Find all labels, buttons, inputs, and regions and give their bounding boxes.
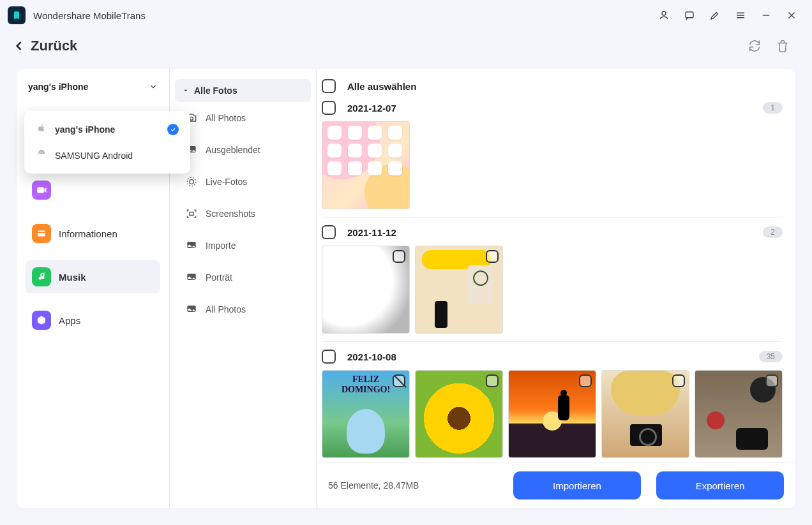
select-all-row: Alle auswählen bbox=[322, 75, 783, 97]
sidebar-label: Musik bbox=[59, 272, 86, 283]
device-dropdown: yang's iPhone SAMSUNG Android bbox=[24, 111, 190, 174]
thumb-checkbox[interactable] bbox=[486, 250, 499, 263]
app-title: Wondershare MobileTrans bbox=[33, 10, 146, 21]
group-checkbox[interactable] bbox=[322, 225, 336, 239]
group-header: 2021-12-07 1 bbox=[322, 97, 783, 119]
image-icon bbox=[185, 302, 198, 317]
category-label: Porträt bbox=[206, 272, 232, 283]
group-checkbox[interactable] bbox=[322, 350, 336, 364]
back-row: Zurück bbox=[0, 31, 812, 61]
videos-icon bbox=[32, 181, 51, 200]
category-label: All Photos bbox=[206, 113, 246, 123]
thumb-row bbox=[322, 243, 783, 342]
photo-thumbnail[interactable] bbox=[601, 370, 689, 458]
sidebar-item-apps[interactable]: Apps bbox=[26, 304, 160, 337]
device-selector[interactable]: yang's iPhone bbox=[26, 77, 160, 103]
back-button[interactable]: Zurück bbox=[13, 38, 77, 54]
category-panel: Alle Fotos All Photos Ausgeblendet Live-… bbox=[170, 69, 317, 508]
thumb-checkbox[interactable] bbox=[393, 374, 405, 387]
thumb-row: FELIZDOMINGO! bbox=[322, 367, 783, 462]
account-icon[interactable] bbox=[651, 3, 677, 28]
svg-point-5 bbox=[42, 152, 43, 152]
svg-point-9 bbox=[190, 180, 194, 184]
svg-point-10 bbox=[187, 177, 195, 186]
photo-thumbnail[interactable] bbox=[695, 370, 783, 458]
feedback-icon[interactable] bbox=[677, 3, 702, 28]
category-header-label: Alle Fotos bbox=[194, 85, 237, 96]
photo-thumbnail[interactable] bbox=[508, 370, 596, 458]
select-all-checkbox[interactable] bbox=[322, 79, 336, 93]
close-button[interactable] bbox=[779, 3, 804, 28]
device-option-label: yang's iPhone bbox=[55, 124, 115, 135]
category-screenshots[interactable]: Screenshots bbox=[175, 198, 311, 230]
chevron-left-icon bbox=[13, 40, 26, 52]
select-all-label: Alle auswählen bbox=[347, 81, 416, 92]
live-photo-icon bbox=[185, 175, 198, 188]
sidebar-item-music[interactable]: Musik bbox=[26, 260, 160, 293]
group-count: 1 bbox=[763, 102, 783, 114]
svg-point-7 bbox=[190, 117, 193, 120]
thumb-checkbox[interactable] bbox=[672, 374, 685, 387]
sidebar-label: Informationen bbox=[59, 228, 117, 239]
svg-point-2 bbox=[662, 11, 666, 15]
category-all-photos[interactable]: All Photos bbox=[175, 102, 311, 134]
thumb-checkbox[interactable] bbox=[765, 374, 778, 387]
device-option-label: SAMSUNG Android bbox=[55, 151, 133, 161]
category-label: Live-Fotos bbox=[206, 177, 247, 187]
photo-thumbnail[interactable] bbox=[415, 370, 503, 458]
check-icon bbox=[167, 124, 179, 135]
group-checkbox[interactable] bbox=[322, 101, 336, 115]
sidebar-item-videos[interactable]: Videos bbox=[26, 174, 160, 207]
group-count: 35 bbox=[759, 351, 783, 362]
group-date: 2021-11-12 bbox=[347, 227, 396, 238]
device-option-android[interactable]: SAMSUNG Android bbox=[24, 142, 190, 168]
status-text: 56 Elemente, 28.47MB bbox=[328, 480, 419, 491]
category-label: All Photos bbox=[206, 304, 246, 314]
back-label: Zurück bbox=[31, 38, 77, 54]
main-card: yang's iPhone yang's iPhone SAMSUNG Andr… bbox=[17, 69, 795, 508]
gallery: Alle auswählen 2021-12-07 1 bbox=[317, 69, 795, 508]
category-label: Ausgeblendet bbox=[206, 145, 260, 155]
import-button[interactable]: Importieren bbox=[513, 471, 641, 499]
menu-icon[interactable] bbox=[728, 3, 753, 28]
export-button[interactable]: Exportieren bbox=[656, 471, 784, 499]
gallery-scroll[interactable]: Alle auswählen 2021-12-07 1 bbox=[317, 69, 795, 462]
category-hidden[interactable]: Ausgeblendet bbox=[175, 134, 311, 166]
android-icon bbox=[36, 149, 47, 162]
device-option-iphone[interactable]: yang's iPhone bbox=[24, 116, 190, 142]
photo-thumbnail[interactable] bbox=[322, 121, 410, 209]
minimize-button[interactable] bbox=[753, 3, 779, 28]
info-icon bbox=[32, 224, 51, 243]
thumb-checkbox[interactable] bbox=[486, 374, 499, 387]
group-date: 2021-12-07 bbox=[347, 103, 396, 114]
app-icon bbox=[8, 6, 26, 24]
group-header: 2021-11-12 2 bbox=[322, 221, 783, 243]
screenshot-icon bbox=[185, 207, 198, 220]
sidebar: yang's iPhone yang's iPhone SAMSUNG Andr… bbox=[17, 69, 170, 508]
edit-icon[interactable] bbox=[702, 3, 728, 28]
thumb-checkbox[interactable] bbox=[579, 374, 592, 387]
svg-rect-1 bbox=[15, 18, 18, 18]
thumb-row bbox=[322, 119, 783, 218]
apps-icon bbox=[32, 311, 51, 330]
group-header: 2021-10-08 35 bbox=[322, 346, 783, 367]
category-header[interactable]: Alle Fotos bbox=[175, 79, 311, 102]
category-label: Screenshots bbox=[206, 209, 255, 219]
category-imports[interactable]: Importe bbox=[175, 230, 311, 262]
sidebar-item-info[interactable]: Informationen bbox=[26, 217, 160, 250]
thumb-checkbox[interactable] bbox=[393, 250, 405, 263]
photo-thumbnail[interactable] bbox=[415, 246, 503, 334]
image-icon bbox=[185, 239, 198, 253]
photo-thumbnail[interactable] bbox=[322, 246, 410, 334]
category-all-photos-2[interactable]: All Photos bbox=[175, 293, 311, 325]
svg-rect-6 bbox=[38, 231, 45, 237]
svg-rect-11 bbox=[190, 212, 194, 216]
group-date: 2021-10-08 bbox=[347, 351, 396, 362]
title-bar: Wondershare MobileTrans bbox=[0, 0, 812, 31]
category-portrait[interactable]: Porträt bbox=[175, 262, 311, 293]
category-live-photos[interactable]: Live-Fotos bbox=[175, 166, 311, 198]
refresh-icon[interactable] bbox=[741, 32, 769, 60]
delete-icon[interactable] bbox=[769, 32, 797, 60]
svg-point-4 bbox=[40, 152, 41, 152]
photo-thumbnail[interactable]: FELIZDOMINGO! bbox=[322, 370, 410, 458]
